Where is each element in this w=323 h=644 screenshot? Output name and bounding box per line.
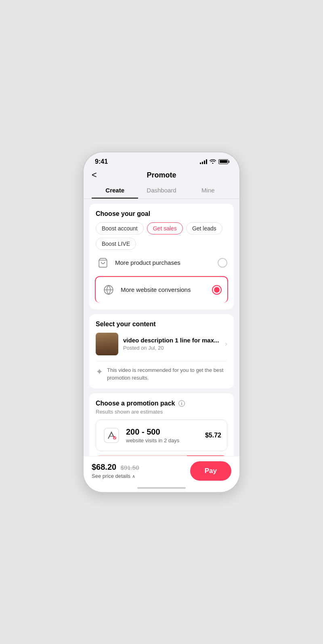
header: < Promote — [84, 168, 239, 183]
radio-website[interactable] — [212, 285, 222, 295]
wifi-icon — [210, 158, 216, 165]
video-info: video description 1 line for max... Post… — [123, 337, 220, 351]
video-row[interactable]: video description 1 line for max... Post… — [96, 333, 227, 361]
price-current: $68.20 — [92, 462, 116, 471]
option-product-purchases[interactable]: More product purchases — [96, 250, 227, 276]
video-date: Posted on Jul, 20 — [123, 345, 220, 351]
goal-options: Boost account Get sales Get leads Boost … — [96, 222, 227, 250]
pack-icon-1 — [102, 426, 121, 445]
option-website-label: More website conversions — [121, 286, 212, 293]
home-indicator — [137, 487, 186, 489]
goal-get-leads[interactable]: Get leads — [186, 222, 222, 234]
radio-product[interactable] — [218, 258, 227, 268]
pack-price-1: $5.72 — [205, 432, 221, 439]
goal-boost-account[interactable]: Boost account — [96, 222, 144, 234]
tab-mine[interactable]: Mine — [185, 183, 231, 198]
content-title: Select your content — [96, 321, 227, 328]
recommendation-row: ✦ This video is recommended for you to g… — [96, 361, 227, 382]
content-card: Select your content video description 1 … — [89, 314, 234, 389]
caret-up-icon: ∧ — [132, 474, 135, 479]
tab-dashboard[interactable]: Dashboard — [138, 183, 185, 198]
info-icon[interactable]: i — [178, 400, 185, 407]
option-website-conversions[interactable]: More website conversions — [95, 276, 228, 303]
status-bar: 9:41 — [84, 152, 239, 168]
price-info: $68.20 $91.50 See price details ∧ — [92, 462, 139, 479]
pay-button[interactable]: Pay — [190, 461, 231, 481]
video-title: video description 1 line for max... — [123, 337, 220, 344]
svg-rect-3 — [104, 428, 119, 443]
pack-200-500[interactable]: 200 - 500 website visits in 2 days $5.72 — [96, 420, 227, 451]
sparkle-icon: ✦ — [96, 367, 103, 377]
signal-icon — [200, 159, 207, 164]
video-thumbnail — [96, 333, 118, 355]
pack-info-1: 200 - 500 website visits in 2 days — [126, 427, 200, 443]
battery-icon — [218, 159, 228, 164]
status-icons — [200, 158, 228, 165]
price-details[interactable]: See price details ∧ — [92, 473, 139, 479]
goal-title: Choose your goal — [96, 210, 227, 217]
back-button[interactable]: < — [92, 170, 97, 180]
tabs-bar: Create Dashboard Mine — [84, 183, 239, 199]
phone-frame: 9:41 < Promote Create Dashboard Mine — [83, 152, 240, 493]
main-content: Choose your goal Boost account Get sales… — [84, 199, 239, 492]
tab-create[interactable]: Create — [92, 183, 138, 198]
promo-title: Choose a promotion pack i — [96, 400, 227, 407]
goal-card: Choose your goal Boost account Get sales… — [89, 204, 234, 309]
option-product-label: More product purchases — [115, 259, 218, 266]
goal-get-sales[interactable]: Get sales — [147, 222, 183, 234]
page-title: Promote — [147, 171, 176, 179]
shopping-bag-icon — [96, 255, 110, 270]
promo-subtitle: Results shown are estimates — [96, 409, 227, 415]
goal-boost-live[interactable]: Boost LIVE — [96, 238, 136, 250]
chevron-right-icon: › — [225, 340, 227, 348]
globe-icon — [101, 283, 116, 297]
price-original: $91.50 — [121, 464, 139, 471]
pack-desc-1: website visits in 2 days — [126, 437, 200, 443]
price-row: $68.20 $91.50 — [92, 462, 139, 472]
pack-range-1: 200 - 500 — [126, 427, 200, 437]
recommendation-text: This video is recommended for you to get… — [107, 366, 227, 382]
bottom-bar: $68.20 $91.50 See price details ∧ Pay — [84, 456, 239, 492]
status-time: 9:41 — [95, 158, 108, 165]
